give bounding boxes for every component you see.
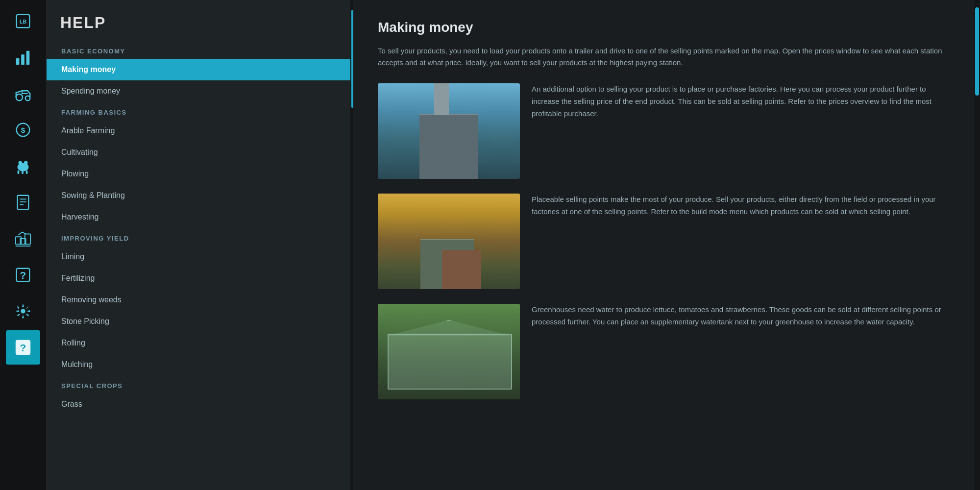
- menu-item-arable-farming[interactable]: Arable Farming: [47, 120, 350, 142]
- section-header-improving-yield: IMPROVING YIELD: [47, 228, 350, 246]
- content-area: HELP BASIC ECONOMY Making money Spending…: [47, 0, 980, 490]
- menu-item-mulching[interactable]: Mulching: [47, 354, 350, 375]
- menu-item-fertilizing[interactable]: Fertilizing: [47, 268, 350, 289]
- menu-item-harvesting[interactable]: Harvesting: [47, 206, 350, 228]
- section-header-basic-economy: BASIC ECONOMY: [47, 41, 350, 59]
- content-text-greenhouses: Greenhouses need water to produce lettuc…: [532, 304, 950, 328]
- svg-point-11: [24, 161, 28, 165]
- menu-item-sowing-planting[interactable]: Sowing & Planting: [47, 185, 350, 206]
- svg-rect-4: [26, 51, 30, 65]
- sidebar-item-economy[interactable]: $: [6, 113, 40, 147]
- content-panel[interactable]: Making money To sell your products, you …: [353, 0, 974, 490]
- menu-list: BASIC ECONOMY Making money Spending mone…: [47, 41, 350, 490]
- sidebar-item-animals[interactable]: [6, 149, 40, 183]
- svg-text:$: $: [21, 126, 25, 134]
- menu-item-cultivating[interactable]: Cultivating: [47, 142, 350, 163]
- menu-item-stone-picking[interactable]: Stone Picking: [47, 311, 350, 332]
- content-section-greenhouses: Greenhouses need water to produce lettuc…: [378, 304, 950, 399]
- menu-item-grass[interactable]: Grass: [47, 393, 350, 415]
- sidebar: LB $: [0, 0, 47, 490]
- sidebar-item-stats[interactable]: [6, 40, 40, 74]
- svg-rect-12: [18, 171, 20, 174]
- svg-rect-13: [22, 171, 24, 174]
- main-content: HELP BASIC ECONOMY Making money Spending…: [47, 0, 980, 490]
- svg-point-5: [16, 94, 23, 100]
- sidebar-item-missions[interactable]: ?: [6, 258, 40, 292]
- menu-item-spending-money[interactable]: Spending money: [47, 80, 350, 102]
- help-title: HELP: [47, 0, 350, 41]
- menu-item-making-money[interactable]: Making money: [47, 59, 350, 80]
- svg-text:?: ?: [20, 342, 26, 353]
- content-section-selling-points: Placeable selling points make the most o…: [378, 194, 950, 289]
- section-header-special-crops: SPECIAL CROPS: [47, 375, 350, 393]
- menu-item-plowing[interactable]: Plowing: [47, 163, 350, 185]
- content-text-factories: An additional option to selling your pro…: [532, 83, 950, 120]
- content-intro: To sell your products, you need to load …: [378, 45, 950, 69]
- svg-point-10: [19, 161, 23, 165]
- sidebar-item-settings[interactable]: [6, 294, 40, 328]
- menu-item-rolling[interactable]: Rolling: [47, 332, 350, 354]
- svg-text:LB: LB: [20, 19, 26, 24]
- svg-point-6: [25, 96, 30, 101]
- help-panel: HELP BASIC ECONOMY Making money Spending…: [47, 0, 350, 490]
- svg-rect-3: [21, 54, 24, 65]
- scroll-thumb: [975, 7, 979, 96]
- svg-point-25: [21, 309, 25, 314]
- svg-rect-14: [26, 171, 28, 174]
- menu-item-liming[interactable]: Liming: [47, 246, 350, 268]
- content-image-factory: [378, 83, 520, 179]
- menu-item-removing-weeds[interactable]: Removing weeds: [47, 289, 350, 311]
- svg-text:?: ?: [20, 270, 26, 281]
- content-title: Making money: [378, 20, 950, 35]
- sidebar-item-lb[interactable]: LB: [6, 4, 40, 38]
- content-image-barn: [378, 194, 520, 289]
- sidebar-item-production[interactable]: [6, 221, 40, 256]
- content-image-greenhouse: [378, 304, 520, 399]
- section-header-farming-basics: FARMING BASICS: [47, 102, 350, 120]
- content-text-selling-points: Placeable selling points make the most o…: [532, 194, 950, 218]
- sidebar-item-help[interactable]: ?: [6, 330, 40, 365]
- svg-rect-2: [16, 58, 20, 65]
- sidebar-item-contracts[interactable]: [6, 185, 40, 220]
- right-scrollbar[interactable]: [974, 0, 980, 490]
- content-section-factories: An additional option to selling your pro…: [378, 83, 950, 179]
- sidebar-item-tractor[interactable]: [6, 76, 40, 111]
